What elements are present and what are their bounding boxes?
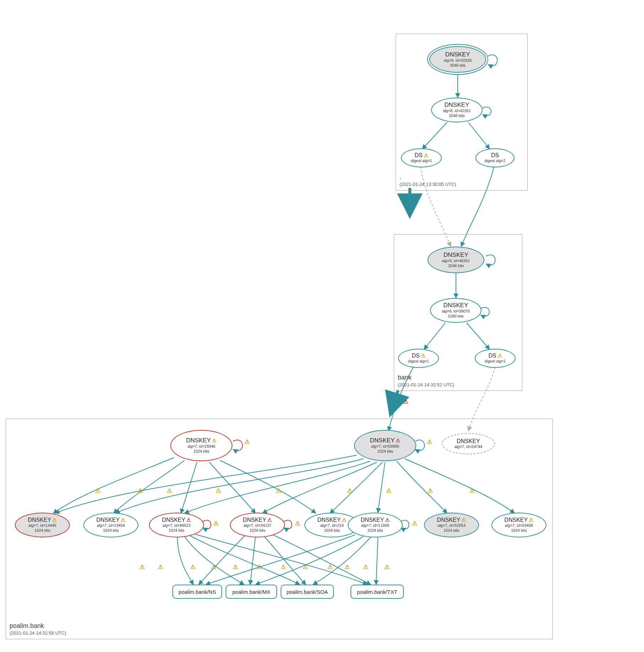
error-icon: ⚠ (403, 398, 408, 405)
leaf-mx: poalim.bank/MX (226, 585, 277, 599)
p-r1-meta: alg=7, id=14445 (28, 523, 56, 528)
error-icon: ⚠ (385, 517, 390, 523)
p-ksk-a-meta: alg=7, id=29346 (187, 444, 215, 449)
node-root-zsk: DNSKEY alg=8, id=42351 2048 bits (431, 98, 483, 122)
warning-icon: ⚠ (469, 487, 475, 494)
warning-icon: ⚠ (363, 563, 368, 571)
warning-icon: ⚠ (342, 517, 346, 523)
node-root-ds2: DS digest alg=2 (475, 148, 514, 167)
warning-icon: ⚠ (386, 487, 391, 494)
node-p-r4: DNSKEY⚠ alg=7, id=24137 1024 bits (230, 513, 285, 537)
p-r4-bits: 1024 bits (249, 528, 265, 533)
warning-icon: ⚠ (428, 487, 433, 494)
p-r7-bits: 1024 bits (444, 528, 459, 533)
warning-icon: ⚠ (424, 152, 428, 159)
warning-icon: ⚠ (497, 353, 502, 359)
warning-icon: ⚠ (216, 487, 221, 494)
warning-icon: ⚠ (347, 487, 352, 494)
warning-icon: ⚠ (167, 487, 172, 494)
p-r5-bits: 1024 bits (324, 528, 340, 533)
node-p-r8: DNSKEY⚠ alg=7, id=53408 1024 bits (491, 513, 546, 537)
root-ds1-meta: digest alg=1 (411, 159, 432, 164)
p-stub-title: DNSKEY (457, 438, 480, 444)
p-r2-bits: 1024 bits (103, 528, 119, 533)
p-r8-meta: alg=7, id=53408 (505, 523, 533, 528)
node-root-ksk: DNSKEY alg=8, id=20326 2048 bits (429, 46, 486, 73)
bank-ds2-meta: digest alg=1 (485, 359, 506, 364)
warning-icon: ⚠ (244, 438, 250, 446)
node-poalim-ksk-a: DNSKEY⚠ alg=7, id=29346 1024 bits (170, 430, 232, 461)
node-bank-ds2: DS⚠ digest alg=1 (475, 349, 516, 368)
warning-icon: ⚠ (303, 563, 308, 571)
root-ds1-title: DS (414, 152, 422, 158)
warning-icon: ⚠ (233, 563, 238, 571)
node-p-r2: DNSKEY⚠ alg=7, id=13454 1024 bits (83, 513, 138, 537)
p-r3-meta: alg=7, id=49523 (163, 523, 191, 528)
p-r6-meta: alg=7, id=11999 (361, 523, 389, 528)
p-ksk-a-title: DNSKEY (186, 437, 211, 444)
p-ksk-a-bits: 1024 bits (193, 449, 209, 454)
p-r6-bits: 1024 bits (367, 528, 383, 533)
p-r6-title: DNSKEY (361, 517, 384, 523)
warning-icon: ⚠ (295, 520, 300, 527)
root-ds2-title: DS (491, 152, 499, 159)
zone-root-timestamp: (2021-01-24 13:30:05 UTC) (400, 182, 456, 187)
bank-zsk-title: DNSKEY (444, 302, 468, 309)
node-poalim-stub: DNSKEY alg=7, id=24744 (442, 433, 495, 454)
root-ksk-title: DNSKEY (445, 51, 470, 58)
node-bank-ksk: DNSKEY alg=8, id=46351 2048 bits (428, 247, 484, 273)
p-r7-title: DNSKEY (437, 517, 461, 523)
warning-icon: ⚠ (412, 520, 417, 527)
p-r1-title: DNSKEY (28, 517, 51, 523)
zone-poalim-timestamp: (2021-01-24 14:32:58 UTC) (10, 630, 66, 636)
root-zsk-bits: 2048 bits (449, 114, 465, 118)
p-r1-bits: 1024 bits (34, 528, 50, 533)
root-zsk-meta: alg=8, id=42351 (443, 109, 471, 114)
p-r2-title: DNSKEY (97, 517, 120, 523)
warning-icon: ⚠ (257, 563, 262, 571)
warning-icon: ⚠ (327, 563, 333, 571)
warning-icon: ⚠ (52, 517, 57, 523)
p-r4-title: DNSKEY (243, 517, 266, 523)
leaf-ns: poalim.bank/NS (172, 585, 222, 599)
zone-bank-name: bank (398, 374, 412, 381)
node-p-r7: DNSKEY⚠ alg=7, id=52053 1024 bits (424, 513, 479, 537)
error-icon: ⚠ (267, 517, 272, 523)
bank-zsk-meta: alg=8, id=38070 (442, 309, 470, 314)
p-r8-bits: 1024 bits (511, 528, 527, 533)
error-icon: ⚠ (186, 517, 191, 523)
p-r4-meta: alg=7, id=24137 (243, 523, 271, 528)
node-root-ds1: DS⚠ digest alg=1 (401, 148, 442, 167)
p-r5-title: DNSKEY (318, 517, 341, 523)
bank-ksk-title: DNSKEY (444, 252, 468, 259)
warning-icon: ⚠ (212, 437, 216, 444)
warning-icon: ⚠ (213, 520, 219, 527)
warning-icon: ⚠ (211, 563, 216, 571)
node-bank-zsk: DNSKEY alg=8, id=38070 1280 bits (430, 298, 481, 323)
zone-bank-timestamp: (2021-01-24 14:32:52 UTC) (398, 382, 455, 387)
p-r3-title: DNSKEY (162, 517, 186, 523)
bank-ds2-title: DS (488, 353, 496, 359)
warning-icon: ⚠ (421, 353, 425, 359)
warning-icon: ⚠ (384, 563, 390, 571)
p-r5-meta: alg=7, id=218 (320, 523, 344, 528)
p-ksk-b-bits: 1024 bits (377, 449, 393, 454)
bank-zsk-bits: 1280 bits (448, 314, 464, 319)
zone-poalim-name: poalim.bank (10, 622, 44, 629)
p-r8-title: DNSKEY (505, 517, 528, 523)
warning-icon: ⚠ (281, 563, 286, 571)
warning-icon: ⚠ (345, 563, 350, 571)
root-ds2-meta: digest alg=2 (484, 159, 506, 164)
root-ksk-bits: 2048 bits (450, 63, 466, 68)
node-p-r3: DNSKEY⚠ alg=7, id=49523 1024 bits (149, 513, 204, 537)
leaf-txt: poalim.bank/TXT (351, 585, 404, 599)
p-r3-bits: 1024 bits (169, 528, 185, 533)
p-r7-meta: alg=7, id=52053 (437, 523, 466, 528)
node-poalim-ksk-b: DNSKEY⚠ alg=7, id=59985 1024 bits (354, 430, 416, 461)
bank-ds1-title: DS (412, 353, 419, 359)
node-p-r1: DNSKEY⚠ alg=7, id=14445 1024 bits (15, 513, 70, 537)
leaf-soa: poalim.bank/SOA (281, 585, 334, 599)
bank-ds1-meta: digest alg=1 (408, 359, 429, 364)
node-bank-ds1: DS⚠ digest alg=1 (398, 349, 439, 368)
zone-root-name: . (400, 173, 401, 181)
